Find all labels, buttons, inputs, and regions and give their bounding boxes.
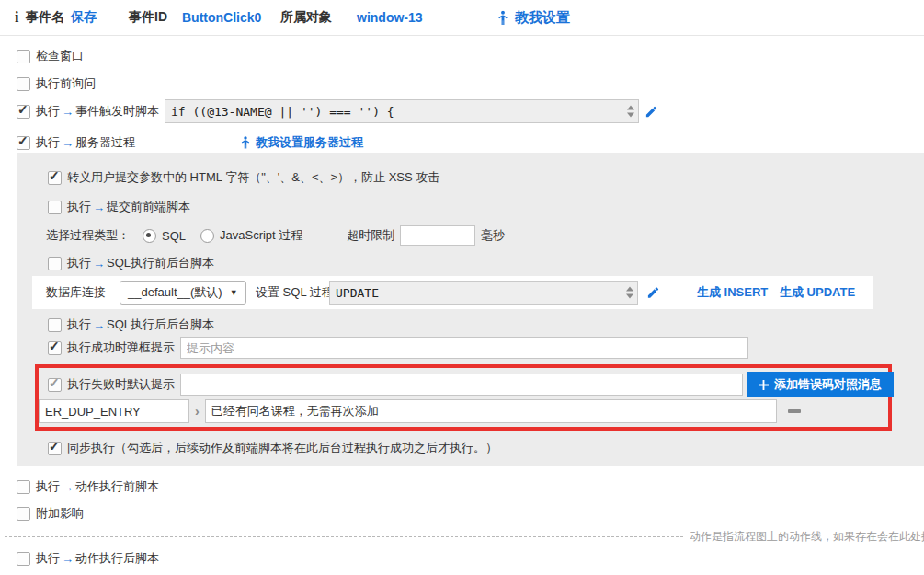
sync-exec-checkbox[interactable]	[48, 442, 62, 455]
trigger-script-value: if ((@13-NAME@ || '') === '') {	[171, 105, 394, 119]
sync-exec-label: 同步执行（勾选后，后续动作及前端脚本将在此后台过程执行成功之后才执行。）	[67, 440, 497, 456]
check-window-checkbox[interactable]	[17, 50, 30, 63]
fail-tip-label: 执行失败时默认提示	[67, 376, 175, 393]
generate-update-link[interactable]: 生成 UPDATE	[780, 284, 855, 301]
sql-radio[interactable]	[143, 229, 156, 243]
timeout-unit: 毫秒	[481, 227, 505, 244]
person-icon	[240, 136, 251, 149]
row-submit-front-script: 执行→提交前前端脚本	[48, 199, 190, 215]
submit-front-script-checkbox[interactable]	[48, 201, 62, 214]
trigger-script-input[interactable]: if ((@13-NAME@ || '') === '') {	[165, 99, 639, 123]
arrow-icon: →	[93, 318, 105, 332]
trigger-script-label: 执行→事件触发时脚本	[36, 103, 159, 120]
sql-procedure-input[interactable]: UPDATE	[329, 281, 638, 305]
dashed-line	[5, 536, 683, 537]
save-button[interactable]: 保存	[71, 9, 97, 26]
event-name-label: 事件名	[26, 9, 64, 26]
sql-procedure-label: 设置 SQL 过程	[256, 284, 334, 301]
arrow-icon: →	[62, 105, 74, 119]
owner-label: 所属对象	[280, 9, 332, 26]
remove-mapping-icon[interactable]	[788, 409, 801, 413]
sql-after-script-label: 执行→SQL执行后后台脚本	[67, 316, 214, 333]
caret-down-icon: ▼	[230, 288, 238, 297]
row-fail-tip: 执行失败时默认提示 添加错误码对照消息	[48, 372, 894, 397]
teach-server-link[interactable]: 教我设置服务器过程	[240, 134, 363, 151]
confirm-before-label: 执行前询问	[36, 75, 96, 92]
row-trigger-script: 执行→事件触发时脚本 if ((@13-NAME@ || '') === '')…	[17, 99, 658, 123]
success-tip-checkbox[interactable]	[48, 341, 62, 355]
teach-me-link[interactable]: 教我设置	[496, 9, 570, 27]
sql-before-script-label: 执行→SQL执行前后台脚本	[67, 255, 214, 271]
sql-settings-row: 数据库连接 __default__(默认) ▼ 设置 SQL 过程 UPDATE…	[32, 276, 873, 309]
db-connection-value: __default__(默认)	[128, 284, 222, 301]
row-extra-effect: 附加影响	[17, 505, 84, 522]
teach-me-label: 教我设置	[515, 9, 570, 27]
confirm-before-checkbox[interactable]	[17, 77, 30, 91]
submit-front-script-label: 执行→提交前前端脚本	[67, 199, 190, 215]
arrow-icon: →	[62, 552, 74, 566]
arrow-icon: →	[62, 480, 74, 494]
arrow-icon: →	[93, 201, 105, 214]
success-tip-label: 执行成功时弹框提示	[67, 339, 175, 356]
server-process-label: 执行→服务器过程	[36, 134, 135, 151]
row-sync-exec: 同步执行（勾选后，后续动作及前端脚本将在此后台过程执行成功之后才执行。）	[48, 440, 497, 456]
row-success-tip: 执行成功时弹框提示	[48, 337, 748, 359]
chevron-right-icon: ›	[195, 404, 200, 419]
row-action-before-script: 执行→动作执行前脚本	[17, 478, 159, 495]
owner-value[interactable]: window-13	[357, 10, 423, 25]
timeout-label: 超时限制	[347, 227, 394, 244]
fail-tip-input[interactable]	[180, 374, 743, 396]
edit-pencil-icon[interactable]	[646, 286, 660, 300]
sql-procedure-value: UPDATE	[336, 286, 379, 300]
arrow-icon: →	[62, 136, 74, 150]
event-id-label: 事件ID	[129, 9, 167, 26]
trigger-script-checkbox[interactable]	[17, 105, 30, 119]
row-action-after-script: 执行→动作执行后脚本	[17, 550, 159, 567]
escape-html-checkbox[interactable]	[48, 171, 62, 185]
person-icon	[496, 10, 509, 25]
row-process-type: 选择过程类型： SQL JavaScript 过程 超时限制 毫秒	[46, 225, 505, 246]
teach-server-label: 教我设置服务器过程	[256, 134, 363, 151]
add-error-map-label: 添加错误码对照消息	[774, 376, 882, 393]
row-escape-html: 转义用户提交参数中的 HTML 字符（"、'、&、<、>），防止 XSS 攻击	[48, 169, 439, 186]
db-connection-label: 数据库连接	[46, 284, 106, 301]
action-after-script-checkbox[interactable]	[17, 552, 30, 566]
arrow-icon: →	[93, 257, 105, 270]
row-confirm-before: 执行前询问	[17, 75, 96, 92]
sql-radio-label: SQL	[162, 229, 186, 243]
plus-icon	[759, 380, 769, 390]
javascript-radio-label: JavaScript 过程	[220, 227, 302, 244]
sql-before-script-checkbox[interactable]	[48, 257, 62, 270]
row-server-process: 执行→服务器过程 教我设置服务器过程	[17, 134, 363, 151]
escape-html-label: 转义用户提交参数中的 HTML 字符（"、'、&、<、>），防止 XSS 攻击	[67, 169, 439, 186]
header: i 事件名 保存 事件ID ButtonClick0 所属对象 window-1…	[0, 0, 924, 36]
process-type-label: 选择过程类型：	[46, 227, 130, 244]
event-id-value[interactable]: ButtonClick0	[182, 10, 261, 25]
fail-tip-checkbox[interactable]	[48, 378, 62, 392]
error-code-input[interactable]	[39, 399, 189, 423]
action-after-script-label: 执行→动作执行后脚本	[36, 550, 159, 567]
timeout-input[interactable]	[400, 225, 475, 246]
db-connection-select[interactable]: __default__(默认) ▼	[120, 281, 246, 305]
action-before-script-label: 执行→动作执行前脚本	[36, 478, 159, 495]
check-window-label: 检查窗口	[36, 48, 84, 64]
error-message-input[interactable]	[205, 399, 777, 423]
server-process-checkbox[interactable]	[17, 136, 30, 150]
generate-insert-link[interactable]: 生成 INSERT	[697, 284, 768, 301]
info-icon: i	[15, 9, 18, 26]
add-error-map-button[interactable]: 添加错误码对照消息	[747, 372, 894, 397]
action-note: 动作是指流程图上的动作线，如果存在会在此处执行。	[690, 529, 924, 545]
spinner-control[interactable]	[627, 106, 634, 118]
row-error-mapping: ›	[39, 399, 801, 423]
edit-pencil-icon[interactable]	[645, 105, 658, 119]
sql-after-script-checkbox[interactable]	[48, 318, 62, 332]
row-sql-before-script: 执行→SQL执行前后台脚本	[48, 255, 214, 271]
action-before-script-checkbox[interactable]	[17, 480, 30, 494]
spinner-control[interactable]	[626, 287, 633, 299]
javascript-radio[interactable]	[200, 229, 214, 243]
action-separator: 动作是指流程图上的动作线，如果存在会在此处执行。	[5, 529, 924, 545]
extra-effect-checkbox[interactable]	[17, 507, 30, 521]
extra-effect-label: 附加影响	[36, 505, 84, 522]
success-tip-input[interactable]	[180, 337, 748, 359]
row-check-window: 检查窗口	[17, 48, 84, 64]
